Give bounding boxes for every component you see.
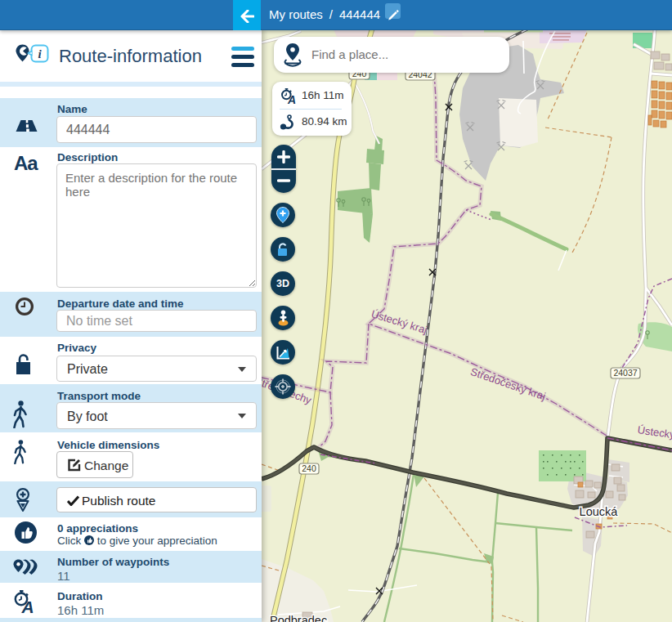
svg-text:Podbradec: Podbradec	[270, 614, 327, 622]
svg-text:A: A	[21, 597, 34, 615]
svg-text:Loucká: Loucká	[580, 505, 619, 518]
svg-text:240: 240	[302, 463, 316, 473]
svg-text:A: A	[287, 93, 296, 105]
svg-text:24037: 24037	[613, 368, 637, 378]
